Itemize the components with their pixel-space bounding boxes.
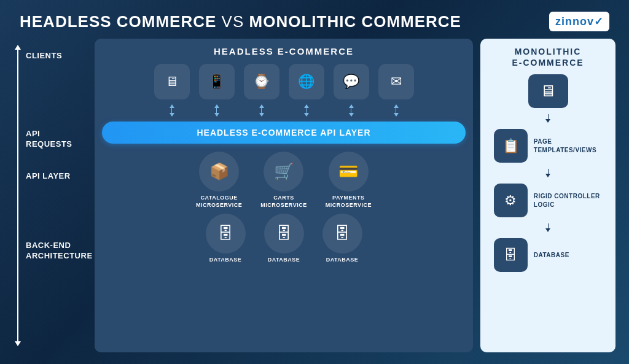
bidirectional-arrow-1: [170, 104, 174, 117]
main-container: HEADLESS COMMERCE VS MONOLITHIC COMMERCE…: [14, 12, 615, 352]
mono-desktop-icon: 🖥: [528, 74, 568, 108]
bidirectional-arrow-2: [214, 104, 219, 117]
labels-column: CLIENTS API REQUESTS API LAYER BACK-END …: [14, 39, 87, 352]
main-title: HEADLESS COMMERCE VS MONOLITHIC COMMERCE: [20, 12, 461, 31]
carts-icon: 🛒: [264, 152, 303, 192]
mono-item-controller: ⚙ RIGID CONTROLLERLOGIC: [494, 184, 602, 217]
mono-db-label: DATABASE: [534, 251, 569, 260]
microservice-carts: 🛒 CARTSMICROSERVICE: [260, 152, 307, 209]
content-area: CLIENTS API REQUESTS API LAYER BACK-END …: [14, 39, 615, 352]
mono-item-database: 🗄 DATABASE: [494, 238, 602, 272]
client-chat: 💬: [334, 64, 369, 99]
db-3: 🗄 DATABASE: [322, 214, 362, 263]
mono-arrow-tip-1: [545, 119, 550, 123]
bidirectional-arrow-4: [304, 104, 309, 117]
clients-row: 🖥 📱 ⌚ 🌐 💬 ✉: [154, 64, 414, 99]
arrow-line-5: [351, 108, 351, 113]
client-mobile: 📱: [199, 64, 235, 99]
client-web: 🌐: [289, 64, 324, 99]
arrow-down-3: [259, 113, 264, 117]
mono-arrow-tip-3: [545, 228, 550, 232]
arrow-down-4: [304, 113, 309, 117]
title-part2: MONOLITHIC COMMERCE: [249, 12, 461, 31]
client-wearable: ⌚: [244, 64, 279, 99]
page-templates-label: PAGETEMPLATES/VIEWS: [534, 137, 596, 155]
arrow-up-tip: [15, 45, 21, 50]
mono-db-icon: 🗄: [494, 238, 528, 272]
arrow-line-6: [396, 108, 396, 113]
arrow-down-6: [394, 113, 399, 117]
logo-area: zinnov ✓: [549, 12, 609, 31]
client-desktop: 🖥: [154, 64, 190, 99]
db-label-1: DATABASE: [209, 257, 242, 263]
arrow-line-3: [261, 108, 262, 113]
microservice-catalogue: 📦 CATALOGUEMICROSERVICE: [196, 152, 242, 209]
payments-icon: 💳: [329, 152, 369, 192]
arrow-line-1: [171, 108, 172, 113]
header: HEADLESS COMMERCE VS MONOLITHIC COMMERCE…: [14, 12, 615, 39]
arrow-container-4: [289, 104, 324, 117]
mono-section-title: MONOLITHICE-COMMERCE: [512, 46, 584, 68]
title-vs: VS: [222, 12, 249, 31]
bidirectional-arrow-6: [394, 104, 399, 117]
page-templates-icon: 📋: [494, 129, 528, 163]
mono-arrow-2: [545, 169, 550, 177]
arrow-down-2: [214, 113, 219, 117]
mono-arrow-tip-2: [545, 174, 550, 177]
api-arrows-row: [154, 104, 414, 117]
arrow-down-5: [349, 113, 354, 117]
bidirectional-arrow-3: [259, 104, 264, 117]
arrow-down-1: [170, 113, 174, 117]
api-layer-bar: HEADLESS E-COMMERCE API LAYER: [102, 122, 466, 144]
headless-column: HEADLESS E-COMMERCE 🖥 📱 ⌚ 🌐 💬 ✉: [95, 39, 473, 352]
mono-arrow-line-1: [548, 114, 549, 119]
mono-item-page-templates: 📋 PAGETEMPLATES/VIEWS: [494, 129, 602, 163]
arrow-container-3: [244, 104, 279, 117]
arrow-shaft: [17, 50, 18, 341]
bidirectional-arrow-5: [349, 104, 354, 117]
controller-label: RIGID CONTROLLERLOGIC: [534, 192, 600, 209]
mono-arrow-line-2: [548, 169, 549, 174]
db-label-2: DATABASE: [268, 257, 300, 263]
arrow-container-2: [199, 104, 235, 117]
arrow-container-1: [154, 104, 190, 117]
db-2: 🗄 DATABASE: [264, 214, 304, 263]
mono-arrow-line-3: [548, 223, 549, 228]
client-email: ✉: [378, 64, 414, 99]
controller-icon: ⚙: [494, 184, 528, 217]
title-part1: HEADLESS COMMERCE: [20, 12, 216, 31]
backend-label: BACK-END ARCHITECTURE: [26, 241, 93, 261]
db-label-3: DATABASE: [326, 257, 359, 263]
arrow-down-tip: [15, 341, 21, 346]
logo-icon: ✓: [594, 15, 603, 28]
carts-label: CARTSMICROSERVICE: [260, 195, 307, 209]
payments-label: PAYMENTSMICROSERVICE: [326, 195, 372, 209]
arrow-container-5: [334, 104, 369, 117]
catalogue-icon: 📦: [199, 152, 239, 192]
db-icon-1: 🗄: [206, 214, 246, 254]
headless-section-title: HEADLESS E-COMMERCE: [214, 46, 354, 56]
microservice-payments: 💳 PAYMENTSMICROSERVICE: [326, 152, 372, 209]
db-icon-3: 🗄: [322, 214, 362, 254]
arrow-line-2: [216, 108, 217, 113]
db-icon-2: 🗄: [264, 214, 304, 254]
mono-arrow-3: [545, 223, 550, 232]
microservices-row: 📦 CATALOGUEMICROSERVICE 🛒 CARTSMICROSERV…: [196, 152, 372, 209]
logo-text: zinnov: [555, 15, 594, 28]
arrow-container-6: [378, 104, 414, 117]
api-requests-label: API REQUESTS: [26, 129, 87, 150]
api-layer-label: API LAYER: [26, 171, 71, 182]
db-1: 🗄 DATABASE: [206, 214, 246, 263]
monolithic-column: MONOLITHICE-COMMERCE 🖥 📋 PAGETEMPLATES/V…: [480, 39, 615, 352]
arrow-line-4: [306, 108, 307, 113]
clients-label: CLIENTS: [26, 51, 62, 61]
mono-arrow-1: [545, 114, 550, 123]
catalogue-label: CATALOGUEMICROSERVICE: [196, 195, 242, 209]
databases-row: 🗄 DATABASE 🗄 DATABASE 🗄 DATABASE: [206, 214, 362, 263]
